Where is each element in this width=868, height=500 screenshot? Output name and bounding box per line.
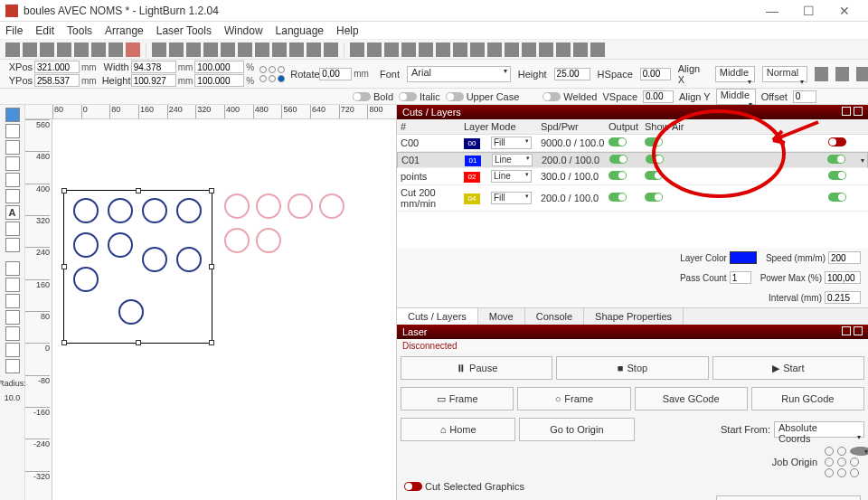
xpos-input[interactable]	[34, 61, 80, 73]
pan-icon[interactable]	[255, 42, 269, 57]
group-icon[interactable]	[350, 42, 364, 57]
handle-tm[interactable]	[136, 188, 141, 193]
tab-move[interactable]: Move	[478, 308, 525, 325]
powermax-input[interactable]	[825, 271, 861, 284]
distribute-icon[interactable]	[522, 42, 536, 57]
design-object[interactable]	[73, 232, 99, 258]
undock-icon[interactable]	[842, 326, 851, 335]
anchor-dot[interactable]	[278, 66, 285, 73]
welded-toggle[interactable]	[542, 92, 561, 101]
menu-language[interactable]: Language	[276, 24, 324, 37]
weld-icon[interactable]	[590, 42, 605, 57]
design-object[interactable]	[176, 247, 202, 272]
menu-lasertools[interactable]: Laser Tools	[156, 24, 212, 37]
aligny-select[interactable]: Middle	[716, 89, 756, 105]
tab-shape[interactable]: Shape Properties	[584, 308, 684, 325]
alignt-icon[interactable]	[470, 42, 485, 57]
height-pct-input[interactable]	[194, 74, 244, 87]
output-toggle[interactable]	[609, 193, 627, 202]
show-toggle[interactable]	[646, 155, 664, 164]
redo-icon[interactable]	[74, 42, 89, 57]
close-panel-icon[interactable]	[854, 326, 863, 335]
weld-tool-icon[interactable]	[5, 294, 20, 308]
menu-edit[interactable]: Edit	[35, 24, 54, 37]
design-object[interactable]	[288, 193, 313, 219]
alignr-icon[interactable]	[453, 42, 467, 57]
paste-icon[interactable]	[186, 42, 201, 57]
minimize-button[interactable]: —	[754, 0, 790, 22]
anchor-dot[interactable]	[278, 75, 285, 82]
array-tool-icon[interactable]	[5, 310, 20, 325]
home-button[interactable]: ⌂Home	[401, 418, 515, 441]
zoom-icon[interactable]	[203, 42, 218, 57]
settings-icon[interactable]	[307, 42, 321, 57]
pick1-icon[interactable]	[835, 67, 849, 81]
show-toggle[interactable]	[645, 193, 663, 202]
refresh-icon[interactable]	[815, 67, 828, 81]
design-object[interactable]	[108, 198, 133, 223]
maximize-button[interactable]: ☐	[790, 0, 826, 22]
anchor-dot[interactable]	[259, 75, 267, 82]
output-toggle[interactable]	[609, 171, 627, 180]
design-object[interactable]	[319, 193, 344, 219]
workspace[interactable]	[52, 119, 396, 500]
layer-row[interactable]: C0000Fill9000.0 / 100.0	[397, 135, 868, 152]
handle-tr[interactable]	[209, 188, 214, 193]
handle-bm[interactable]	[136, 340, 141, 345]
layer-row[interactable]: Cut 200 mm/min04Fill200.0 / 100.0	[397, 185, 868, 212]
boolean-icon[interactable]	[556, 42, 571, 57]
menu-tools[interactable]: Tools	[67, 24, 92, 37]
stop-button[interactable]: ■Stop	[556, 356, 708, 380]
handle-bl[interactable]	[61, 340, 67, 345]
export-icon[interactable]	[108, 42, 123, 57]
menu-help[interactable]: Help	[336, 24, 359, 37]
start-button[interactable]: ▶Start	[712, 356, 864, 380]
delete-icon[interactable]	[126, 42, 140, 57]
italic-toggle[interactable]	[399, 92, 417, 101]
tab-console[interactable]: Console	[525, 308, 584, 325]
anchor-dot[interactable]	[269, 75, 276, 82]
air-toggle[interactable]	[827, 155, 845, 164]
zoomsel-icon[interactable]	[238, 42, 252, 57]
ypos-input[interactable]	[34, 74, 80, 87]
preview-icon[interactable]	[272, 42, 287, 57]
draw-tool-icon[interactable]	[5, 124, 20, 138]
interval-input[interactable]	[825, 291, 861, 304]
ellipse-tool-icon[interactable]	[5, 156, 20, 171]
rotate-input[interactable]	[319, 68, 352, 80]
font-select[interactable]: Arial	[407, 66, 511, 82]
measure-tool-icon[interactable]	[5, 261, 20, 276]
zoom-tool-icon[interactable]	[5, 359, 20, 373]
handle-mr[interactable]	[209, 264, 214, 269]
air-toggle[interactable]	[828, 193, 846, 202]
copy-icon[interactable]	[169, 42, 184, 57]
polygon-tool-icon[interactable]	[5, 173, 20, 187]
select-tool-icon[interactable]	[5, 108, 20, 122]
frame-circ-button[interactable]: ○Frame	[517, 387, 630, 410]
bold-toggle[interactable]	[353, 92, 371, 101]
pause-button[interactable]: ⏸Pause	[401, 356, 552, 380]
design-object[interactable]	[176, 198, 202, 223]
speed-input[interactable]	[828, 251, 861, 264]
pick2-icon[interactable]	[856, 67, 868, 81]
menu-arrange[interactable]: Arrange	[105, 24, 144, 37]
offset-input[interactable]	[793, 90, 816, 103]
grid-tool-icon[interactable]	[5, 326, 20, 341]
alignx-select[interactable]: Middle	[715, 66, 755, 82]
vspace-input[interactable]	[643, 90, 674, 103]
fheight-input[interactable]	[554, 68, 590, 80]
mode-select[interactable]: Fill	[491, 192, 532, 204]
style-select[interactable]: Normal	[762, 66, 807, 82]
design-object[interactable]	[142, 247, 167, 272]
save-icon[interactable]	[40, 42, 54, 57]
alignc-icon[interactable]	[436, 42, 450, 57]
output-toggle[interactable]	[609, 137, 627, 146]
width-input[interactable]	[131, 61, 176, 73]
layer-row[interactable]: C0101Line200.0 / 100.0	[397, 152, 868, 168]
alignm-icon[interactable]	[487, 42, 502, 57]
boolean-tool-icon[interactable]	[5, 278, 20, 292]
handle-br[interactable]	[209, 340, 214, 345]
edit-nodes-icon[interactable]	[5, 222, 20, 236]
menu-window[interactable]: Window	[224, 24, 263, 37]
selection-rect[interactable]	[63, 190, 212, 344]
